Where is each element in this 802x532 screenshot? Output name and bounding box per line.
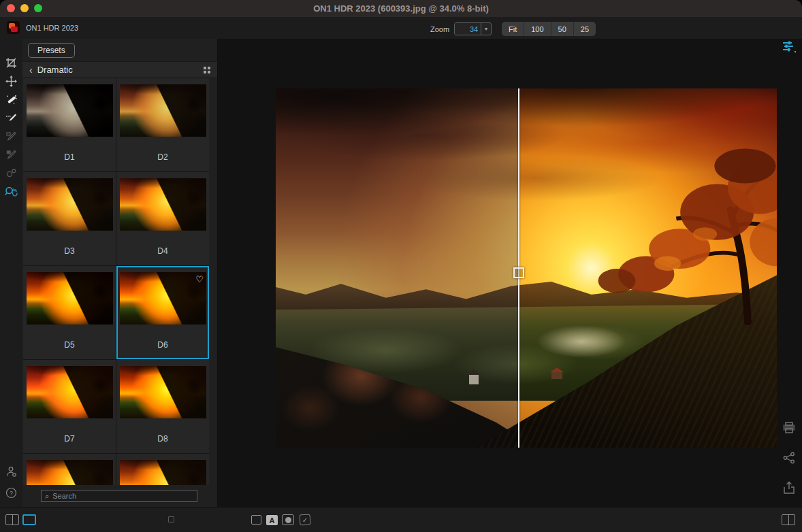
soft-proof-toggle[interactable]: ✓ xyxy=(300,514,310,525)
zoom-window-button[interactable] xyxy=(34,4,42,12)
zoom-25-button[interactable]: 25 xyxy=(574,22,596,36)
masking-bug-tool[interactable] xyxy=(0,146,22,164)
split-view-icon xyxy=(5,514,19,525)
preset-label: D6 xyxy=(116,340,209,350)
export-icon xyxy=(783,481,795,497)
search-row: ⌕ xyxy=(22,485,217,507)
mask-a-icon: A xyxy=(266,515,278,525)
zoom-pan-icon xyxy=(5,186,18,197)
preview-stage xyxy=(276,88,777,448)
app-name: ON1 HDR 2023 xyxy=(26,24,78,32)
single-view-icon xyxy=(22,514,36,525)
preset-thumbnail xyxy=(120,178,206,231)
refine-brush-tool[interactable] xyxy=(0,109,22,127)
masking-bug-icon xyxy=(5,149,17,161)
presets-header: Presets xyxy=(22,39,217,61)
blur-tool[interactable] xyxy=(0,164,22,182)
preset-cell-d2[interactable]: D2 xyxy=(116,78,209,171)
favorite-heart-icon[interactable]: ♡ xyxy=(195,275,204,284)
after-view xyxy=(519,88,777,448)
preset-label: D5 xyxy=(23,340,116,350)
refine-brush-icon xyxy=(5,112,17,124)
single-view-toggle[interactable] xyxy=(22,514,36,525)
share-icon xyxy=(783,452,795,467)
photo-before xyxy=(276,88,519,448)
zoom-label: Zoom xyxy=(430,25,449,33)
compare-split-handle[interactable] xyxy=(513,267,524,278)
preset-label: D4 xyxy=(116,246,209,256)
adjustments-panel-toggle[interactable] xyxy=(782,41,797,56)
minimize-window-button[interactable] xyxy=(20,4,29,12)
printer-icon xyxy=(782,422,796,437)
zoom-50-button[interactable]: 50 xyxy=(551,22,574,36)
blur-circles-icon xyxy=(5,168,17,178)
mask-overlay-toggle[interactable] xyxy=(282,514,294,525)
tree-silhouette xyxy=(546,146,777,325)
preset-cell-d1[interactable]: D1 xyxy=(23,78,116,171)
preset-label: D1 xyxy=(23,152,116,162)
back-chevron-icon[interactable]: ‹ xyxy=(29,65,33,76)
on1-logo-icon xyxy=(7,21,20,34)
before-view xyxy=(276,88,519,448)
dual-view-toggle[interactable] xyxy=(5,514,19,525)
export-button[interactable] xyxy=(782,482,797,497)
small-square-icon xyxy=(168,516,174,522)
right-panel-toggle[interactable] xyxy=(782,514,795,525)
titlebar: ON1 HDR 2023 (600393.jpg @ 34.0% 8-bit) xyxy=(0,0,802,17)
share-button[interactable] xyxy=(782,452,797,467)
preset-thumbnail xyxy=(120,84,206,137)
filled-circle-icon xyxy=(282,514,294,525)
zoom-dropdown-chevron-icon[interactable]: ▾ xyxy=(481,23,491,35)
app-identity: ON1 HDR 2023 xyxy=(7,21,78,34)
category-name: Dramatic xyxy=(37,65,204,75)
help-icon[interactable]: ? xyxy=(5,487,17,501)
masking-brush-tool[interactable] xyxy=(0,127,22,146)
thumb-size-small[interactable] xyxy=(168,516,174,522)
preset-thumbnail xyxy=(27,272,113,325)
preset-grid: D1 D2 D3 D4 D5 ♡ D6 xyxy=(23,78,209,485)
window-title: ON1 HDR 2023 (600393.jpg @ 34.0% 8-bit) xyxy=(313,3,489,14)
zoom-100-button[interactable]: 100 xyxy=(524,22,551,36)
print-button[interactable] xyxy=(782,422,797,437)
image-canvas xyxy=(219,39,802,507)
preset-cell-partial[interactable] xyxy=(23,454,116,485)
preset-label: D3 xyxy=(23,246,116,256)
preset-cell-d6-selected[interactable]: ♡ D6 xyxy=(116,266,209,359)
grid-view-icon[interactable] xyxy=(204,67,210,73)
crop-icon xyxy=(5,57,17,69)
preset-cell-d5[interactable]: D5 xyxy=(23,266,116,359)
preset-cell-d8[interactable]: D8 xyxy=(116,360,209,453)
zoom-input-wrap: ▾ xyxy=(454,22,492,35)
zoom-fit-button[interactable]: Fit xyxy=(502,22,524,36)
masking-brush-icon xyxy=(5,131,17,142)
preset-cell-d3[interactable]: D3 xyxy=(23,172,116,265)
checkmark-icon: ✓ xyxy=(299,514,310,525)
category-row[interactable]: ‹ Dramatic xyxy=(22,61,217,78)
ai-brush-tool[interactable] xyxy=(0,90,22,109)
traffic-lights xyxy=(7,4,42,12)
zoom-value-input[interactable] xyxy=(455,23,481,35)
rail-bottom-icons: ? xyxy=(0,466,22,501)
panel-toggle-icon xyxy=(782,514,795,525)
presets-button[interactable]: Presets xyxy=(28,43,75,58)
preset-cell-d7[interactable]: D7 xyxy=(23,360,116,453)
search-input[interactable] xyxy=(52,492,193,500)
footer-bar: A ✓ Preview Reset All Reset Cancel Done xyxy=(0,507,802,532)
show-mask-toggle[interactable] xyxy=(251,515,261,525)
preset-thumbnail: ♡ xyxy=(120,272,206,325)
preset-cell-partial[interactable] xyxy=(116,454,209,485)
app-window: ON1 HDR 2023 (600393.jpg @ 34.0% 8-bit) … xyxy=(0,0,802,532)
adjustment-sliders-icon xyxy=(782,40,796,56)
left-tool-rail: ? xyxy=(0,39,22,507)
preset-thumbnail xyxy=(27,366,113,418)
move-tool[interactable] xyxy=(0,72,22,90)
mask-view-toggle[interactable]: A xyxy=(266,515,278,525)
move-icon xyxy=(5,76,17,87)
close-window-button[interactable] xyxy=(7,4,15,12)
crop-tool[interactable] xyxy=(0,54,22,72)
photo-after xyxy=(519,88,777,448)
user-account-icon[interactable] xyxy=(6,466,17,480)
search-box[interactable]: ⌕ xyxy=(41,490,197,502)
preset-cell-d4[interactable]: D4 xyxy=(116,172,209,265)
zoom-pan-tool[interactable] xyxy=(0,182,22,201)
